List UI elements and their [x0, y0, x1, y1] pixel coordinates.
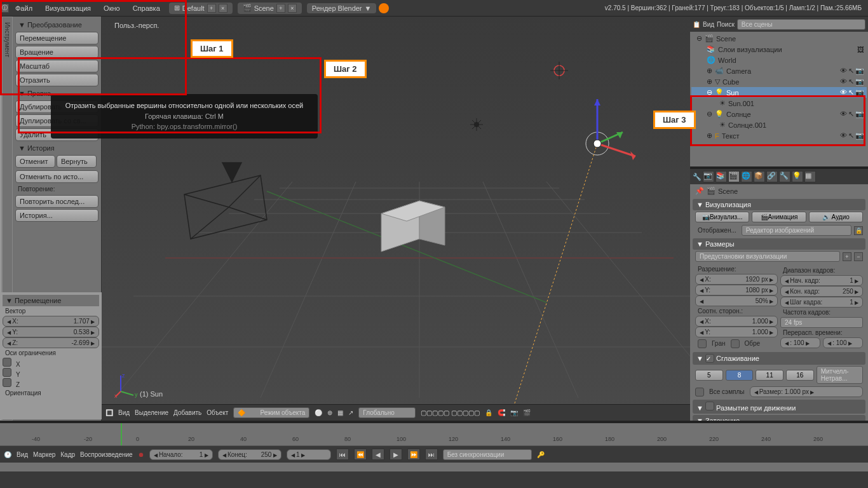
res-y-field[interactable]: Y:1080 px: [695, 285, 778, 295]
viewport-menu-object[interactable]: Объект: [207, 409, 228, 416]
audio-button[interactable]: 🔊 Аудио: [809, 212, 863, 222]
remap-new-field[interactable]: : 100: [823, 337, 863, 348]
editor-type-icon[interactable]: 🔳: [105, 409, 113, 416]
render-engine-selector[interactable]: Рендер Blender ▼: [307, 3, 377, 13]
render-button[interactable]: 📷Визуализ...: [695, 212, 749, 222]
expand-icon[interactable]: ⊕: [707, 132, 712, 140]
record-icon[interactable]: ⏺: [138, 451, 144, 458]
res-x-field[interactable]: X:1920 px: [695, 274, 778, 285]
aa-checkbox[interactable]: [705, 354, 714, 363]
shading-sphere-icon[interactable]: ⚪: [315, 409, 322, 416]
render-icon[interactable]: 📷: [855, 110, 864, 118]
outliner-cube[interactable]: ⊕ ▽ Cube 👁 ↖ 📷: [691, 76, 867, 87]
outliner-camera[interactable]: ⊕ 📹 Camera 👁 ↖ 📷: [691, 65, 867, 76]
snap-icon[interactable]: 🧲: [498, 409, 505, 416]
cursor-icon[interactable]: ↖: [848, 110, 854, 118]
props-tab-object[interactable]: 📦: [754, 171, 765, 182]
mblur-checkbox[interactable]: [705, 402, 714, 410]
shading-section[interactable]: Затенение: [693, 415, 865, 421]
props-tab-constraints[interactable]: 🔗: [766, 171, 778, 182]
expand-icon[interactable]: ⊕: [707, 78, 712, 86]
editor-type-icon[interactable]: 🔧: [693, 173, 702, 181]
keying-icon[interactable]: 🔑: [537, 451, 545, 458]
3d-viewport[interactable]: Польз.-персп.: [102, 17, 690, 421]
eye-icon[interactable]: 👁: [840, 110, 847, 118]
res-pct-field[interactable]: 50%: [695, 295, 778, 306]
scene-selector[interactable]: 🎬 Scene + ×: [238, 3, 302, 14]
start-frame-field[interactable]: Нач. кадр:1: [780, 275, 863, 286]
mirror-button[interactable]: Отразить: [15, 74, 98, 86]
render-preview-icon[interactable]: 📷: [510, 409, 518, 416]
menu-file[interactable]: Файл: [9, 2, 39, 15]
mblur-section[interactable]: Размытие при движении: [693, 400, 865, 414]
layer-buttons[interactable]: ▢▢▢▢▢ ▢▢▢▢▢: [421, 409, 480, 416]
outliner-menu-view[interactable]: Вид: [703, 21, 714, 28]
close-icon[interactable]: ×: [288, 4, 297, 13]
props-tab-scene[interactable]: 🎬: [728, 171, 740, 182]
viewport-menu-view[interactable]: Вид: [118, 409, 130, 416]
rotate-button[interactable]: Вращение: [15, 46, 98, 58]
props-tab-modifiers[interactable]: 🔧: [779, 171, 790, 182]
eye-icon[interactable]: 👁: [840, 132, 847, 140]
keyframe-prev-icon[interactable]: ⏪: [354, 449, 367, 460]
aa-size-field[interactable]: Размер: 1.000 px: [750, 386, 863, 397]
redo-button[interactable]: Вернуть: [57, 155, 97, 168]
plus-icon[interactable]: +: [276, 4, 285, 13]
render-anim-button[interactable]: 🎬Анимация: [752, 212, 806, 222]
op-x-field[interactable]: X:1.707: [3, 316, 99, 327]
outliner-type-icon[interactable]: 📋: [693, 21, 700, 28]
scale-button[interactable]: Масштаб: [15, 60, 98, 72]
end-frame-field[interactable]: Кон. кадр:250: [780, 286, 863, 297]
full-sample-checkbox[interactable]: [695, 388, 704, 396]
history-button[interactable]: История...: [15, 209, 98, 222]
constraint-x-checkbox[interactable]: [3, 358, 11, 367]
play-icon[interactable]: ▶: [390, 449, 402, 460]
cursor-icon[interactable]: ↖: [848, 132, 854, 140]
repeat-last-button[interactable]: Повторить послед...: [15, 195, 98, 208]
cursor-icon[interactable]: ↖: [848, 78, 854, 86]
remap-old-field[interactable]: : 100: [780, 337, 820, 348]
image-icon[interactable]: 🖼: [857, 46, 864, 53]
plus-icon[interactable]: +: [207, 4, 216, 13]
outliner-solnce001[interactable]: ☀ Солнце.001: [691, 119, 867, 130]
transform-panel-header[interactable]: Преобразование: [15, 19, 98, 30]
editor-type-icon[interactable]: 🕐: [4, 451, 11, 458]
aa-5-button[interactable]: 5: [695, 370, 723, 381]
props-tab-texture[interactable]: ▦: [804, 171, 816, 182]
lock-icon[interactable]: 🔒: [485, 409, 492, 416]
outliner-sun[interactable]: ⊖ 💡 Sun 👁 ↖ 📷: [691, 87, 867, 98]
eye-icon[interactable]: 👁: [840, 67, 847, 75]
start-frame-field[interactable]: Начало:1: [149, 449, 213, 460]
expand-icon[interactable]: ⊕: [707, 67, 712, 75]
aspect-y-field[interactable]: Y:1.000: [695, 327, 778, 337]
border-checkbox[interactable]: [698, 339, 707, 348]
expand-icon[interactable]: ⊖: [707, 88, 712, 97]
constraint-z-checkbox[interactable]: [3, 378, 11, 387]
aa-16-button[interactable]: 16: [786, 370, 814, 381]
history-panel-header[interactable]: История: [15, 142, 98, 154]
op-y-field[interactable]: Y:0.538: [3, 327, 99, 337]
aa-8-button[interactable]: 8: [726, 370, 754, 381]
outliner-text[interactable]: ⊕ F Текст 👁 ↖ 📷: [691, 130, 867, 141]
op-z-field[interactable]: Z:-2.699: [3, 337, 99, 348]
render-icon[interactable]: 📷: [855, 67, 864, 75]
eye-icon[interactable]: 👁: [840, 88, 847, 97]
props-tab-layers[interactable]: 📚: [715, 171, 727, 182]
lock-icon[interactable]: 🔒: [854, 226, 863, 235]
cursor-icon[interactable]: ↖: [848, 88, 854, 97]
mode-selector[interactable]: 🔶 Режим объекта: [233, 407, 309, 418]
pin-icon[interactable]: 📌: [695, 187, 704, 195]
display-mode-dropdown[interactable]: Редактор изображений: [742, 225, 851, 236]
info-icon[interactable]: ⓘ: [0, 4, 9, 13]
timeline-menu-playback[interactable]: Воспроизведение: [80, 451, 133, 458]
timeline-menu-frame[interactable]: Кадр: [60, 451, 75, 458]
render-icon[interactable]: 📷: [855, 78, 864, 86]
render-section[interactable]: Визуализация: [693, 199, 865, 210]
viewport-menu-select[interactable]: Выделение: [135, 409, 168, 416]
end-frame-field[interactable]: Конец:250: [218, 449, 281, 460]
expand-icon[interactable]: ⊖: [696, 34, 702, 43]
outliner-scene[interactable]: ⊖ 🎬 Scene: [691, 33, 867, 44]
translate-button[interactable]: Перемещение: [15, 32, 98, 44]
props-tab-data[interactable]: 💡: [792, 171, 803, 182]
outliner-menu-search[interactable]: Поиск: [717, 21, 735, 28]
